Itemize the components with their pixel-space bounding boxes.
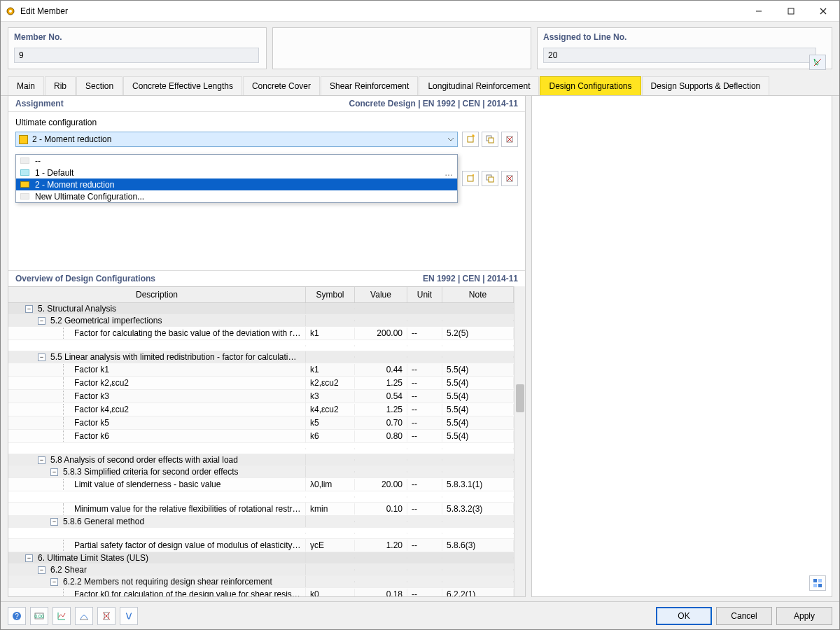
cell-note <box>442 471 514 472</box>
cell-unit: -- <box>407 479 442 490</box>
overview-grid[interactable]: Description Symbol Value Unit Note 5. St… <box>8 286 514 596</box>
pick-line-button[interactable] <box>809 55 826 70</box>
cell-sym <box>306 521 355 522</box>
svg-rect-17 <box>489 177 493 182</box>
ok-button[interactable]: OK <box>656 607 712 625</box>
help-button[interactable]: ? <box>8 607 26 625</box>
new-config-2-button[interactable] <box>462 171 479 186</box>
cell-note: 6.2.2(1) <box>442 589 514 596</box>
cancel-button[interactable]: Cancel <box>716 607 772 625</box>
tab-design-configurations[interactable]: Design Configurations <box>540 76 640 95</box>
reset-button[interactable] <box>97 607 115 625</box>
view-options-button[interactable] <box>809 575 826 591</box>
tab-main[interactable]: Main <box>8 76 44 95</box>
tree-leaf[interactable]: Factor k2,εcu2k2,εcu21.25--5.5(4) <box>8 377 514 390</box>
units-button[interactable]: 0.00 <box>30 607 48 625</box>
cell-description: Factor k6 <box>8 430 306 442</box>
ultimate-combo[interactable]: 2 - Moment reduction <box>15 132 458 147</box>
tree-leaf[interactable]: Factor k4,εcu2k4,εcu21.25--5.5(4) <box>8 403 514 416</box>
assigned-line-input[interactable] <box>543 48 816 63</box>
tree-leaf[interactable]: Minimum value for the relative flexibili… <box>8 503 514 516</box>
row-label: Factor for calculating the basic value o… <box>74 328 301 338</box>
spacer-row <box>8 340 514 351</box>
tab-concrete-effective-lengths[interactable]: Concrete Effective Lengths <box>123 76 242 95</box>
calc-button[interactable] <box>75 607 93 625</box>
tree-group[interactable]: 5.2 Geometrical imperfections <box>8 315 514 327</box>
expander-icon[interactable] <box>50 468 58 476</box>
tab-section[interactable]: Section <box>76 76 122 95</box>
new-config-button[interactable] <box>462 132 479 147</box>
tab-rib[interactable]: Rib <box>45 76 76 95</box>
assignment-area: Ultimate configuration 2 - Moment reduct… <box>8 112 525 193</box>
delete-icon <box>505 174 514 183</box>
tree-leaf[interactable]: Factor k3k30.54--5.5(4) <box>8 390 514 403</box>
cell-unit: -- <box>407 430 442 442</box>
row-label: Partial safety factor of design value of… <box>74 540 301 550</box>
maximize-button[interactable] <box>775 1 807 22</box>
tree-leaf[interactable]: Factor k5k50.70--5.5(4) <box>8 416 514 430</box>
header-middle-block <box>272 27 531 69</box>
tree-group[interactable]: 6.2.2 Members not requiring design shear… <box>8 576 514 588</box>
scrollbar[interactable] <box>514 286 525 596</box>
cell-unit: -- <box>407 377 442 388</box>
expander-icon[interactable] <box>25 305 33 313</box>
close-button[interactable] <box>807 1 839 22</box>
row-label: 5.5 Linear analysis with limited redistr… <box>50 352 301 362</box>
scrollbar-thumb[interactable] <box>516 384 524 412</box>
tab-concrete-cover[interactable]: Concrete Cover <box>243 76 320 95</box>
minimize-button[interactable] <box>743 1 775 22</box>
expander-icon[interactable] <box>38 317 46 325</box>
column-header: Description Symbol Value Unit Note <box>8 287 514 303</box>
spacer-row <box>8 491 514 503</box>
expander-icon[interactable] <box>50 518 58 526</box>
apply-button[interactable]: Apply <box>776 607 832 625</box>
tree-leaf[interactable]: Factor k1k10.44--5.5(4) <box>8 363 514 377</box>
expander-icon[interactable] <box>25 554 33 562</box>
cell-val: 1.20 <box>355 540 407 551</box>
copy-config-button[interactable] <box>482 132 498 147</box>
tree-leaf[interactable]: Partial safety factor of design value of… <box>8 539 514 552</box>
tree-group[interactable]: 5.5 Linear analysis with limited redistr… <box>8 351 514 363</box>
ultimate-label: Ultimate configuration <box>15 118 518 127</box>
tree-leaf[interactable]: Factor k6k60.80--5.5(4) <box>8 430 514 443</box>
delete-config-2-button[interactable] <box>501 171 518 186</box>
cell-description: Factor k4,εcu2 <box>8 403 306 416</box>
expander-icon[interactable] <box>38 456 46 464</box>
cell-note: 5.8.6(3) <box>442 540 514 551</box>
tree-leaf[interactable]: Limit value of slenderness - basic value… <box>8 478 514 491</box>
graphic-button[interactable] <box>52 607 71 625</box>
svg-point-15 <box>472 174 474 176</box>
tree-leaf[interactable]: Factor k0 for calculation of the design … <box>8 588 514 596</box>
dropdown-item-new-config[interactable]: New Ultimate Configuration... <box>16 190 457 202</box>
tree-leaf[interactable]: Factor for calculating the basic value o… <box>8 327 514 340</box>
tree-group[interactable]: 5.8.3 Simplified criteria for second ord… <box>8 466 514 478</box>
tree-group[interactable]: 5. Structural Analysis <box>8 303 514 315</box>
tree-group[interactable]: 5.8.6 General method <box>8 516 514 528</box>
script-button[interactable] <box>120 607 138 625</box>
cell-val <box>355 308 407 309</box>
dropdown-item-none[interactable]: -- <box>16 155 457 167</box>
tab-longitudinal-reinforcement[interactable]: Longitudinal Reinforcement <box>419 76 539 95</box>
tree-group[interactable]: 6. Ultimate Limit States (ULS) <box>8 552 514 564</box>
delete-config-button[interactable] <box>501 132 518 147</box>
expander-icon[interactable] <box>50 578 58 586</box>
cell-sym <box>306 459 355 461</box>
tab-design-supports-deflection[interactable]: Design Supports & Deflection <box>642 76 770 95</box>
reset-icon <box>101 610 112 622</box>
dropdown-item-moment-reduction[interactable]: 2 - Moment reduction <box>16 178 457 190</box>
dropdown-item-default[interactable]: 1 - Default … <box>16 167 457 178</box>
svg-rect-10 <box>489 138 493 143</box>
copy-icon <box>485 174 495 183</box>
member-no-input[interactable] <box>14 48 259 63</box>
tree-group[interactable]: 6.2 Shear <box>8 564 514 576</box>
cell-description: 5.8.3 Simplified criteria for second ord… <box>8 466 306 477</box>
row-label: 6.2.2 Members not requiring design shear… <box>63 577 272 587</box>
expander-icon[interactable] <box>38 566 46 574</box>
copy-config-2-button[interactable] <box>482 171 498 186</box>
expander-icon[interactable] <box>38 354 46 361</box>
tree-group[interactable]: 5.8 Analysis of second order effects wit… <box>8 454 514 466</box>
cell-unit: -- <box>407 540 442 551</box>
tab-shear-reinforcement[interactable]: Shear Reinforcement <box>321 76 418 95</box>
cell-val: 0.54 <box>355 391 407 402</box>
col-note: Note <box>442 287 514 302</box>
